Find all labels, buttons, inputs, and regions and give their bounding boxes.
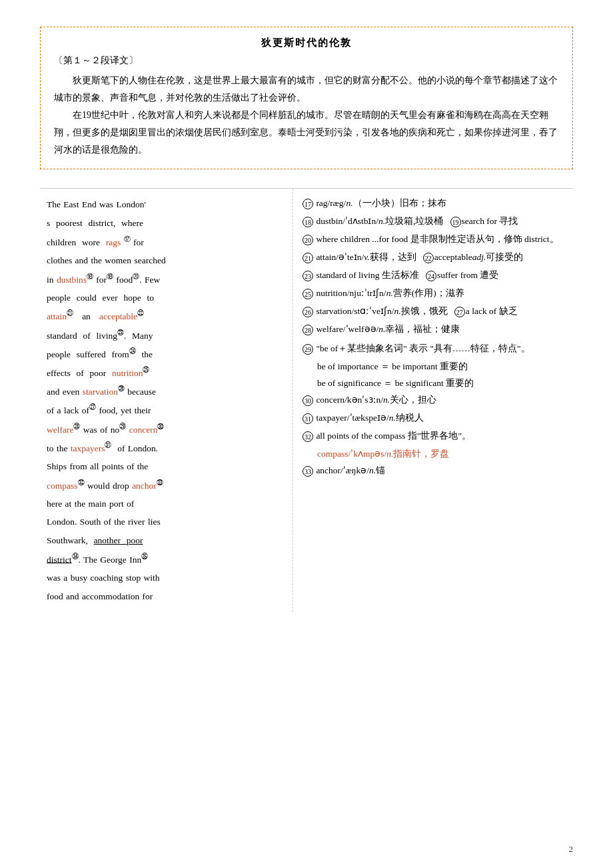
sup-29: ㉙ [119, 423, 126, 430]
vocab-21: 21 attain/əˈteɪn/v.获得，达到 22acceptableadj… [303, 249, 566, 266]
phrase-another-poor-district: another poor [94, 535, 143, 545]
word-welfare: welfare [47, 424, 73, 434]
word-attain: attain [47, 311, 67, 321]
english-passage: The East End was London' s poorest distr… [47, 195, 283, 605]
num-26: 26 [303, 307, 313, 317]
box-subtitle: 〔第１～２段译文〕 [54, 55, 559, 67]
vocab-23: 23 standard of living 生活标准 24suffer from… [303, 267, 566, 284]
vocab-33-text: anchor/ˈæŋkə/n.锚 [316, 465, 385, 475]
num-17: 17 [303, 199, 313, 209]
vocab-30: 30 concern/kənˈsɜːn/n.关心，担心 [303, 392, 566, 409]
right-column: 17 rag/ræg/n.（一小块）旧布；抹布 18 dustbin/ˈdʌst… [293, 189, 573, 612]
vocab-29-text: "be of＋某些抽象名词" 表示 "具有……特征，特点"。 [316, 343, 530, 353]
word-taxpayers: taxpayers [71, 443, 105, 453]
num-33: 33 [303, 466, 313, 477]
vocab-32: 32 all points of the compass 指"世界各地"。 [303, 428, 566, 445]
num-18: 18 [303, 217, 313, 227]
num-20: 20 [303, 235, 313, 245]
translation-para-2: 在19世纪中叶，伦敦对富人和穷人来说都是个同样脏乱的城市。尽管在晴朗的天气里会有… [54, 107, 559, 159]
word-compass: compass [47, 480, 78, 490]
sup-32: ㉜ [78, 479, 85, 486]
sup-22: ㉒ [137, 309, 144, 317]
vocab-19-inline: 19search for 寻找 [450, 216, 518, 226]
vocab-32-compass-text: compass/ˈkʌmpəs/n.指南针，罗盘 [317, 449, 449, 459]
vocab-30-text: concern/kənˈsɜːn/n.关心，担心 [316, 395, 436, 405]
page-number: 2 [569, 844, 574, 855]
word-nutrition: nutrition [112, 368, 143, 378]
sup-23: ㉓ [117, 329, 124, 336]
vocab-33: 33 anchor/ˈæŋkə/n.锚 [303, 463, 566, 479]
sup-28: ㉘ [73, 423, 80, 430]
vocab-29-examples: be of importance ＝ be important 重要的 be o… [303, 359, 566, 392]
sup-27: ㉗ [89, 403, 96, 411]
sup-18: ⑱ [87, 273, 93, 280]
vocab-22-inline: 22acceptableadj.可接受的 [423, 252, 524, 262]
vocab-26: 26 starvation/stɑːˈveɪʃn/n.挨饿，饿死 27a lac… [303, 303, 566, 320]
vocab-17-text: rag/ræg/n.（一小块）旧布；抹布 [316, 198, 446, 208]
word-acceptable: acceptable [99, 311, 137, 321]
sup-20: ⑳ [133, 273, 139, 280]
vocab-31-text: taxpayer/ˈtækspeɪə/n.纳税人 [316, 413, 424, 423]
vocab-27-inline: 27a lack of 缺乏 [454, 306, 518, 316]
sup-33: ㉝ [157, 479, 163, 486]
box-title: 狄更斯时代的伦敦 [54, 37, 559, 49]
num-28: 28 [303, 325, 313, 335]
vocab-20: 20 where children ...for food 是非限制性定语从句，… [303, 231, 566, 248]
sup-17: ⑰ [124, 235, 131, 243]
vocab-31: 31 taxpayer/ˈtækspeɪə/n.纳税人 [303, 410, 566, 427]
sup-25: ㉕ [143, 366, 149, 373]
num-29: 29 [303, 344, 313, 355]
sup-30: ㉚ [157, 423, 164, 430]
two-column-section: The East End was London' s poorest distr… [40, 188, 573, 612]
vocab-18-text: dustbin/ˈdʌstbɪn/n.垃圾箱,垃圾桶 [316, 216, 448, 226]
vocab-32-text: all points of the compass 指"世界各地"。 [316, 431, 471, 441]
vocab-18: 18 dustbin/ˈdʌstbɪn/n.垃圾箱,垃圾桶 19search f… [303, 213, 566, 230]
vocab-29: 29 "be of＋某些抽象名词" 表示 "具有……特征，特点"。 [303, 341, 566, 357]
vocab-25-text: nutrition/njuːˈtrɪʃn/n.营养(作用)；滋养 [316, 288, 464, 298]
vocab-21-text: attain/əˈteɪn/v.获得，达到 [316, 252, 420, 262]
translation-box: 狄更斯时代的伦敦 〔第１～２段译文〕 狄更斯笔下的人物住在伦敦，这是世界上最大最… [40, 27, 573, 169]
vocab-29-ex1: be of importance ＝ be important 重要的 [317, 359, 566, 375]
vocab-32-compass: compass/ˈkʌmpəs/n.指南针，罗盘 [303, 446, 566, 463]
vocab-28-text: welfare/ˈwelfəə/n.幸福，福祉；健康 [316, 324, 460, 334]
vocab-17: 17 rag/ræg/n.（一小块）旧布；抹布 [303, 195, 566, 212]
sup-18b: ⑱ [107, 273, 113, 280]
word-dustbins: dustbins [57, 274, 87, 284]
sup-34: ㉞ [72, 553, 79, 560]
sup-21: ㉑ [67, 309, 73, 317]
num-32: 32 [303, 431, 313, 442]
vocab-23-text: standard of living 生活标准 [316, 270, 423, 280]
sup-35: ㉟ [141, 553, 148, 560]
num-23: 23 [303, 271, 313, 281]
sup-31: ㉛ [105, 441, 111, 449]
num-30: 30 [303, 395, 313, 406]
phrase-district: district [47, 554, 72, 564]
vocab-24-inline: 24suffer from 遭受 [426, 270, 498, 280]
word-rags: rags [106, 237, 121, 247]
word-anchor: anchor [132, 480, 157, 490]
left-column: The East End was London' s poorest distr… [40, 189, 293, 612]
sup-24: ㉔ [129, 347, 136, 355]
vocab-29-ex2: be of significance ＝ be significant 重要的 [317, 375, 566, 392]
word-concern: concern [129, 424, 158, 434]
word-starvation: starvation [83, 387, 118, 397]
num-21: 21 [303, 253, 313, 263]
vocab-28: 28 welfare/ˈwelfəə/n.幸福，福祉；健康 [303, 321, 566, 338]
vocab-25: 25 nutrition/njuːˈtrɪʃn/n.营养(作用)；滋养 [303, 285, 566, 302]
translation-para-1: 狄更斯笔下的人物住在伦敦，这是世界上最大最富有的城市，但它的财富分配不公。他的小… [54, 72, 559, 107]
sup-26: ㉖ [118, 385, 125, 392]
num-31: 31 [303, 413, 313, 424]
vocab-20-text: where children ...for food 是非限制性定语从句，修饰 … [316, 234, 558, 244]
vocab-26-text: starvation/stɑːˈveɪʃn/n.挨饿，饿死 [316, 306, 452, 316]
num-25: 25 [303, 289, 313, 299]
